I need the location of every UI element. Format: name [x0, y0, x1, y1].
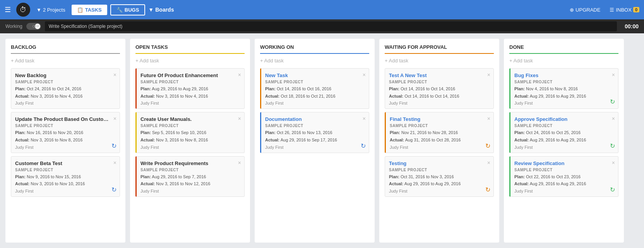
- inbox-label: INBOX: [616, 7, 631, 13]
- card-project: SAMPLE PROJECT: [265, 124, 365, 128]
- logo-icon: ⏱: [16, 3, 30, 17]
- card-refresh-icon[interactable]: ↻: [111, 186, 116, 193]
- card-user: Judy First: [514, 101, 614, 105]
- card-close-icon[interactable]: ×: [612, 160, 615, 166]
- card-title[interactable]: Approve Specification: [514, 116, 614, 122]
- card-refresh-icon[interactable]: ↻: [610, 98, 615, 105]
- card-user: Judy First: [389, 189, 490, 193]
- card-dates: Plan: Oct 24, 2016 to Oct 25, 2016Actual…: [514, 129, 614, 143]
- card-close-icon[interactable]: ×: [612, 72, 615, 78]
- card-dates: Plan: Sep 5, 2016 to Sep 10, 2016Actual:…: [140, 129, 240, 143]
- column-header-waiting: WAITING FOR APPROVAL: [385, 44, 494, 54]
- card-close-icon[interactable]: ×: [238, 115, 241, 122]
- card-open-2: ×Write Product RequirementsSAMPLE PROJEC…: [135, 156, 245, 197]
- add-task-waiting[interactable]: + Add task: [385, 58, 494, 64]
- card-dates: Plan: Nov 21, 2016 to Nov 28, 2016Actual…: [390, 129, 490, 143]
- card-dates: Plan: Nov 9, 2016 to Nov 15, 2016Actual:…: [15, 173, 116, 188]
- card-title[interactable]: Testing: [389, 160, 490, 166]
- card-title[interactable]: Test A New Test: [389, 72, 490, 78]
- card-refresh-icon[interactable]: ↻: [610, 142, 615, 150]
- card-close-icon[interactable]: ×: [113, 115, 116, 122]
- tasks-button[interactable]: 📋 TASKS: [72, 5, 107, 15]
- inbox-icon: ☰: [610, 7, 614, 13]
- card-title[interactable]: Update The Product Based On Custo…: [15, 116, 116, 122]
- column-working: WORKING ON+ Add task×New TaskSAMPLE PROJ…: [255, 39, 375, 243]
- bugs-label: BUGS: [125, 7, 139, 13]
- card-close-icon[interactable]: ×: [113, 72, 116, 78]
- boards-dropdown[interactable]: ▼ Boards: [148, 7, 174, 13]
- card-dates: Plan: Oct 14, 2016 to Oct 16, 2016Actual…: [265, 85, 365, 100]
- top-nav: ☰ ⏱ ▼ 2 Projects 📋 TASKS 🔧 BUGS ▼ Boards…: [0, 0, 644, 19]
- tasks-label: TASKS: [85, 7, 102, 13]
- card-backlog-1: ×Update The Product Based On Custo…SAMPL…: [11, 112, 120, 153]
- projects-caret: ▼: [36, 7, 41, 13]
- add-task-working[interactable]: + Add task: [260, 58, 369, 64]
- card-title[interactable]: Documentation: [265, 116, 365, 122]
- upgrade-button[interactable]: ⊕ UPGRADE: [570, 7, 600, 13]
- hamburger-icon[interactable]: ☰: [5, 5, 11, 14]
- card-dates: Plan: Aug 29, 2016 to Sep 7, 2016Actual:…: [140, 173, 240, 188]
- card-user: Judy First: [140, 189, 240, 193]
- card-working-0: ×New TaskSAMPLE PROJECTPlan: Oct 14, 201…: [260, 68, 369, 109]
- card-user: Judy First: [15, 101, 116, 105]
- card-refresh-icon[interactable]: ↻: [361, 142, 366, 150]
- upgrade-icon: ⊕: [570, 7, 574, 13]
- card-close-icon[interactable]: ×: [487, 115, 490, 122]
- card-close-icon[interactable]: ×: [363, 72, 366, 78]
- card-done-1: ×Approve SpecificationSAMPLE PROJECTPlan…: [509, 112, 618, 153]
- card-project: SAMPLE PROJECT: [140, 124, 240, 128]
- projects-dropdown[interactable]: ▼ 2 Projects: [36, 7, 65, 13]
- card-close-icon[interactable]: ×: [238, 72, 241, 78]
- boards-caret: ▼: [148, 7, 154, 13]
- column-done: DONE+ Add task×Bug FixesSAMPLE PROJECTPl…: [504, 39, 624, 243]
- card-user: Judy First: [265, 101, 365, 105]
- card-refresh-icon[interactable]: ↻: [485, 142, 490, 150]
- column-header-backlog: BACKLOG: [11, 44, 120, 54]
- card-dates: Plan: Oct 24, 2016 to Oct 24, 2016Actual…: [15, 85, 116, 100]
- card-close-icon[interactable]: ×: [612, 115, 615, 122]
- inbox-button[interactable]: ☰ INBOX 0: [610, 7, 639, 13]
- card-title[interactable]: Customer Beta Test: [15, 160, 116, 166]
- card-project: SAMPLE PROJECT: [514, 168, 614, 172]
- working-toggle[interactable]: OFF: [26, 23, 41, 30]
- card-backlog-2: ×Customer Beta TestSAMPLE PROJECTPlan: N…: [11, 156, 120, 197]
- card-title[interactable]: Review Specification: [514, 160, 614, 166]
- toolbar: Working OFF 00:00: [0, 19, 644, 33]
- card-title[interactable]: New Task: [265, 72, 365, 78]
- card-title[interactable]: New Backlog: [15, 72, 116, 78]
- tasks-icon: 📋: [77, 7, 83, 13]
- add-task-backlog[interactable]: + Add task: [11, 58, 120, 64]
- bugs-button[interactable]: 🔧 BUGS: [110, 4, 146, 16]
- card-refresh-icon[interactable]: ↻: [485, 186, 490, 193]
- card-user: Judy First: [514, 145, 614, 150]
- card-refresh-icon[interactable]: ↻: [111, 142, 116, 150]
- card-title[interactable]: Bug Fixes: [514, 72, 614, 78]
- card-project: SAMPLE PROJECT: [15, 124, 116, 128]
- card-title[interactable]: Write Product Requirements: [140, 160, 240, 166]
- card-user: Judy First: [389, 101, 490, 105]
- add-task-done[interactable]: + Add task: [509, 58, 618, 64]
- card-user: Judy First: [514, 189, 614, 193]
- card-close-icon[interactable]: ×: [363, 115, 366, 122]
- card-user: Judy First: [265, 145, 365, 150]
- card-close-icon[interactable]: ×: [113, 160, 116, 166]
- projects-label: 2 Projects: [43, 7, 65, 13]
- card-close-icon[interactable]: ×: [487, 160, 490, 166]
- card-dates: Plan: Oct 26, 2016 to Nov 13, 2016Actual…: [265, 129, 365, 143]
- card-waiting-1: ×Final TestingSAMPLE PROJECTPlan: Nov 21…: [385, 112, 494, 153]
- boards-label: Boards: [155, 7, 174, 13]
- card-done-2: ×Review SpecificationSAMPLE PROJECTPlan:…: [509, 156, 618, 197]
- card-dates: Plan: Aug 29, 2016 to Aug 29, 2016Actual…: [140, 85, 240, 100]
- add-task-open[interactable]: + Add task: [135, 58, 245, 64]
- column-header-open: OPEN TASKS: [135, 44, 245, 54]
- toggle-off-label: OFF: [33, 24, 39, 28]
- card-close-icon[interactable]: ×: [238, 160, 241, 166]
- card-project: SAMPLE PROJECT: [389, 168, 490, 172]
- card-close-icon[interactable]: ×: [487, 72, 490, 78]
- card-title[interactable]: Final Testing: [390, 116, 490, 122]
- card-title[interactable]: Future Of Product Enhancement: [140, 72, 240, 78]
- card-title[interactable]: Create User Manuals.: [140, 116, 240, 122]
- card-user: Judy First: [390, 145, 490, 150]
- card-refresh-icon[interactable]: ↻: [610, 186, 615, 193]
- task-input[interactable]: [45, 21, 617, 31]
